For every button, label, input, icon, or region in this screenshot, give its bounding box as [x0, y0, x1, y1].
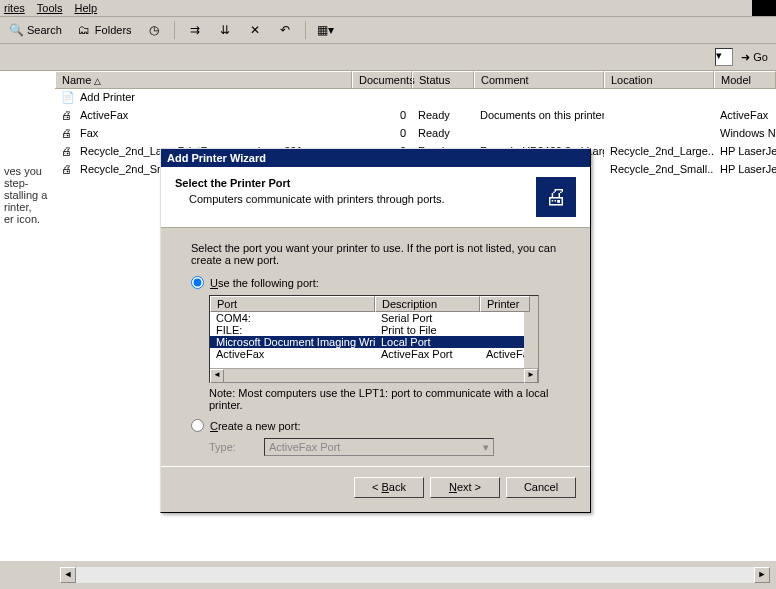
port-row[interactable]: FILE:Print to File — [210, 324, 538, 336]
dialog-title-bar[interactable]: Add Printer Wizard — [161, 149, 590, 167]
undo-icon: ↶ — [277, 22, 293, 38]
dialog-subheading: Computers communicate with printers thro… — [189, 193, 445, 205]
radio-create-port[interactable]: Create a new port: — [191, 419, 560, 432]
port-type-row: Type: ActiveFax Port ▾ — [209, 438, 560, 456]
moveto-button[interactable]: ⇉ — [183, 20, 207, 40]
scroll-right-icon[interactable]: ► — [524, 369, 538, 383]
copyto-button[interactable]: ⇊ — [213, 20, 237, 40]
list-item[interactable]: 🖨Fax0ReadyWindows NT — [55, 125, 776, 143]
printer-icon: 🖨 — [61, 127, 77, 141]
next-button[interactable]: Next > — [430, 477, 500, 498]
col-model[interactable]: Model — [714, 71, 776, 88]
search-button[interactable]: 🔍 Search — [4, 20, 66, 40]
menu-tools[interactable]: Tools — [37, 2, 63, 14]
address-bar: ▾ ➜ Go — [0, 44, 776, 71]
port-row[interactable]: Microsoft Document Imaging Writer ...Loc… — [210, 336, 538, 348]
port-row[interactable]: ActiveFaxActiveFax PortActiveFa — [210, 348, 538, 360]
radio-use-port-input[interactable] — [191, 276, 204, 289]
add-printer-wizard-dialog: Add Printer Wizard Select the Printer Po… — [160, 148, 591, 513]
window-logo — [752, 0, 776, 16]
port-col-printer[interactable]: Printer — [480, 296, 530, 312]
folders-button[interactable]: 🗂 Folders — [72, 20, 136, 40]
help-text: er icon. — [4, 213, 51, 225]
type-value: ActiveFax Port — [269, 441, 341, 453]
port-col-description[interactable]: Description — [375, 296, 480, 312]
dialog-instruction: Select the port you want your printer to… — [191, 242, 560, 266]
col-documents[interactable]: Documents — [352, 71, 412, 88]
menu-favorites[interactable]: rites — [4, 2, 25, 14]
delete-button[interactable]: ✕ — [243, 20, 267, 40]
folders-icon: 🗂 — [76, 22, 92, 38]
col-status[interactable]: Status — [412, 71, 474, 88]
list-header: Name △ Documents Status Comment Location… — [55, 71, 776, 89]
radio-create-port-label: Create a new port: — [210, 420, 301, 432]
port-table-header: Port Description Printer — [210, 296, 538, 312]
moveto-icon: ⇉ — [187, 22, 203, 38]
menu-help[interactable]: Help — [74, 2, 97, 14]
history-button[interactable]: ◷ — [142, 20, 166, 40]
col-name[interactable]: Name △ — [55, 71, 352, 88]
copyto-icon: ⇊ — [217, 22, 233, 38]
history-icon: ◷ — [146, 22, 162, 38]
col-comment[interactable]: Comment — [474, 71, 604, 88]
back-button[interactable]: < Back — [354, 477, 424, 498]
help-text: ves you step- — [4, 165, 51, 189]
list-item[interactable]: 🖨ActiveFax0ReadyDocuments on this printe… — [55, 107, 776, 125]
menu-bar: rites Tools Help — [0, 0, 776, 17]
port-type-select: ActiveFax Port ▾ — [264, 438, 494, 456]
scroll-right-icon[interactable]: ► — [754, 567, 770, 583]
scroll-left-icon[interactable]: ◄ — [210, 369, 224, 383]
views-button[interactable]: ▦▾ — [314, 20, 338, 40]
go-label: Go — [753, 51, 768, 63]
printer-icon: 🖨 — [61, 163, 77, 177]
help-text: rinter, — [4, 201, 51, 213]
radio-use-port[interactable]: Use the following port: — [191, 276, 560, 289]
printer-icon: 📄 — [61, 91, 77, 105]
cancel-button[interactable]: Cancel — [506, 477, 576, 498]
dialog-footer: < Back Next > Cancel — [161, 466, 590, 512]
search-icon: 🔍 — [8, 22, 24, 38]
scroll-track[interactable] — [76, 567, 754, 583]
toolbar: 🔍 Search 🗂 Folders ◷ ⇉ ⇊ ✕ ↶ ▦▾ — [0, 17, 776, 44]
printer-icon: 🖨 — [536, 177, 576, 217]
port-hscroll[interactable]: ◄ ► — [210, 368, 538, 382]
port-row[interactable]: COM4:Serial Port — [210, 312, 538, 324]
dropdown-icon: ▾ — [483, 441, 489, 454]
port-table: Port Description Printer COM4:Serial Por… — [209, 295, 539, 383]
radio-use-port-label: Use the following port: — [210, 277, 319, 289]
separator — [305, 21, 306, 39]
dialog-body: Select the port you want your printer to… — [161, 228, 590, 466]
help-text: stalling a — [4, 189, 51, 201]
go-icon: ➜ — [741, 51, 750, 64]
horizontal-scrollbar[interactable]: ◄ ► — [60, 567, 770, 583]
separator — [174, 21, 175, 39]
dialog-heading: Select the Printer Port — [175, 177, 445, 189]
col-location[interactable]: Location — [604, 71, 714, 88]
left-panel: ves you step- stalling a rinter, er icon… — [0, 71, 55, 561]
port-table-body[interactable]: COM4:Serial PortFILE:Print to FileMicros… — [210, 312, 538, 368]
radio-create-port-input[interactable] — [191, 419, 204, 432]
dialog-header: Select the Printer Port Computers commun… — [161, 167, 590, 228]
port-col-port[interactable]: Port — [210, 296, 375, 312]
views-icon: ▦▾ — [318, 22, 334, 38]
undo-button[interactable]: ↶ — [273, 20, 297, 40]
go-button[interactable]: ➜ Go — [737, 50, 772, 65]
port-vscroll[interactable] — [524, 312, 538, 368]
scroll-left-icon[interactable]: ◄ — [60, 567, 76, 583]
list-item[interactable]: 📄Add Printer — [55, 89, 776, 107]
address-dropdown[interactable]: ▾ — [715, 48, 733, 66]
delete-icon: ✕ — [247, 22, 263, 38]
folders-label: Folders — [95, 24, 132, 36]
printer-icon: 🖨 — [61, 145, 77, 159]
search-label: Search — [27, 24, 62, 36]
type-label: Type: — [209, 441, 236, 453]
printer-icon: 🖨 — [61, 109, 77, 123]
port-note: Note: Most computers use the LPT1: port … — [209, 387, 560, 411]
